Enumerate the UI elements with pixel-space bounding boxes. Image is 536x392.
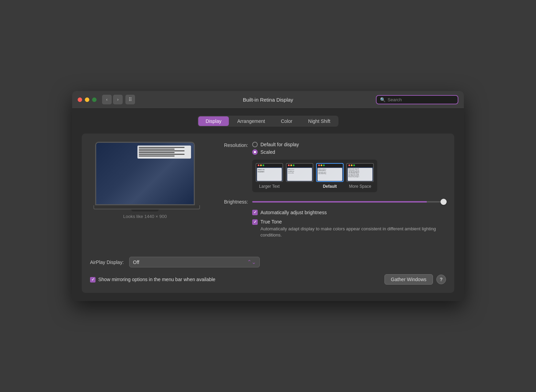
settings-section: Resolution: Default for display Scaled (214, 142, 446, 242)
screen-line (139, 149, 175, 150)
brightness-slider[interactable] (252, 201, 446, 203)
gather-windows-button[interactable]: Gather Windows (384, 274, 433, 285)
grid-icon: ⠿ (129, 97, 132, 102)
true-tone-checkbox[interactable]: ✓ (252, 219, 258, 225)
tab-night-shift[interactable]: Night Shift (301, 116, 338, 126)
checkmark-icon: ✓ (91, 277, 94, 282)
scale-default-label: Default (323, 184, 337, 189)
scale-more-space[interactable]: Here's to the crazy onetroublemakers. Th… (346, 163, 374, 189)
macbook-screen (96, 143, 194, 204)
resolution-scaled-label: Scaled (260, 149, 275, 155)
grid-button[interactable]: ⠿ (125, 95, 135, 104)
radio-scaled[interactable] (252, 149, 258, 155)
scale-thumb-more: Here's to the crazy onetroublemakers. Th… (346, 163, 374, 182)
window-title: Built-in Retina Display (243, 97, 293, 103)
main-panel: Looks like 1440 × 900 Resolution: Defaul… (82, 134, 454, 293)
settings-window: ‹ › ⠿ Built-in Retina Display 🔍 Display … (72, 91, 464, 301)
macbook-stand (131, 209, 159, 211)
display-size-label: Looks like 1440 × 900 (123, 214, 167, 219)
top-section: Looks like 1440 × 900 Resolution: Defaul… (90, 142, 446, 242)
tab-group: Display Arrangement Color Night Shift (198, 116, 339, 127)
screen-line (139, 150, 185, 151)
tab-arrangement[interactable]: Arrangement (230, 116, 272, 126)
mirror-label: Show mirroring options in the menu bar w… (98, 277, 215, 282)
mirror-checkbox[interactable]: ✓ (90, 277, 96, 283)
scale-thumb-2: Here's to ttroublemaones who (286, 163, 313, 182)
airplay-select[interactable]: Off ⌃⌄ (129, 257, 260, 267)
footer-right: Gather Windows ? (384, 274, 446, 285)
brightness-thumb (440, 199, 447, 205)
airplay-value: Off (133, 260, 139, 265)
auto-brightness-row: ✓ Automatically adjust brightness (252, 209, 446, 216)
checkmark-icon: ✓ (254, 210, 257, 215)
screen-line (139, 152, 175, 153)
resolution-scaled-option[interactable]: Scaled (252, 149, 377, 155)
checkmark-icon: ✓ (254, 220, 257, 224)
airplay-bar: AirPlay Display: Off ⌃⌄ (90, 250, 446, 267)
scale-larger-text[interactable]: Here's totroublem Larger Text (256, 163, 283, 189)
true-tone-label: True Tone (260, 219, 446, 224)
tab-display[interactable]: Display (198, 116, 229, 126)
resolution-default-label: Default for display (260, 142, 299, 147)
search-input[interactable] (388, 97, 454, 102)
screen-line (139, 154, 185, 155)
airplay-label: AirPlay Display: (90, 260, 124, 265)
resolution-label: Resolution: (214, 142, 248, 148)
resolution-options: Default for display Scaled (252, 142, 377, 192)
content-area: Display Arrangement Color Night Shift (72, 109, 464, 301)
scale-thumb-larger: Here's totroublem (256, 163, 283, 182)
macbook-screen-body (95, 142, 195, 205)
scale-thumb-default: Here's to the crtroublemakers.ones who s… (316, 163, 344, 182)
search-box[interactable]: 🔍 (376, 95, 458, 104)
traffic-lights (78, 97, 97, 102)
scale-default[interactable]: Here's to the crtroublemakers.ones who s… (316, 163, 344, 189)
scale-option2[interactable]: Here's to ttroublemaones who (286, 163, 313, 189)
nav-buttons: ‹ › ⠿ (102, 95, 135, 104)
chevron-icon: ⌃⌄ (247, 259, 256, 265)
maximize-button[interactable] (92, 97, 97, 102)
screen-line (139, 147, 185, 148)
brightness-row: Brightness: (214, 199, 446, 205)
macbook-image (93, 142, 197, 210)
titlebar: ‹ › ⠿ Built-in Retina Display 🔍 (72, 91, 464, 109)
screen-content (137, 146, 191, 159)
brightness-label: Brightness: (214, 199, 248, 205)
close-button[interactable] (78, 97, 82, 102)
search-icon: 🔍 (380, 97, 386, 102)
resolution-default-option[interactable]: Default for display (252, 142, 377, 147)
radio-default[interactable] (252, 142, 258, 147)
footer-bar: ✓ Show mirroring options in the menu bar… (90, 273, 446, 285)
display-preview: Looks like 1440 × 900 (90, 142, 200, 219)
true-tone-description: Automatically adapt display to make colo… (260, 226, 446, 238)
back-button[interactable]: ‹ (102, 95, 112, 104)
resolution-row: Resolution: Default for display Scaled (214, 142, 446, 192)
tabs-container: Display Arrangement Color Night Shift (82, 116, 454, 127)
mirror-option: ✓ Show mirroring options in the menu bar… (90, 277, 215, 283)
auto-brightness-label: Automatically adjust brightness (260, 210, 327, 215)
macbook-base (93, 205, 200, 209)
minimize-button[interactable] (85, 97, 89, 102)
scale-options: Here's totroublem Larger Text (252, 160, 377, 192)
auto-brightness-checkbox[interactable]: ✓ (252, 210, 258, 215)
forward-button[interactable]: › (113, 95, 123, 104)
scale-more-label: More Space (349, 184, 371, 189)
tab-color[interactable]: Color (273, 116, 300, 126)
scale-larger-label: Larger Text (259, 184, 280, 189)
screen-line (139, 155, 175, 157)
help-button[interactable]: ? (436, 275, 446, 284)
true-tone-row: ✓ True Tone Automatically adapt display … (252, 219, 446, 238)
